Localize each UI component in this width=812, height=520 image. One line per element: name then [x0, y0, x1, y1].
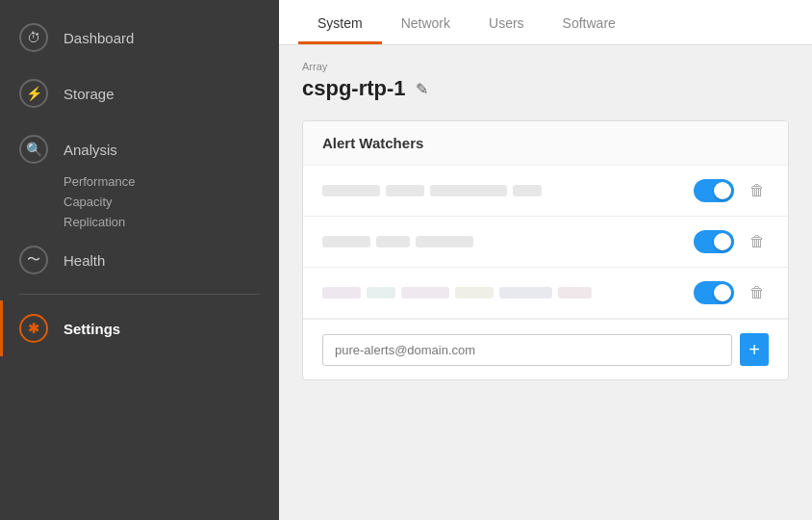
email-input[interactable] — [322, 334, 732, 366]
array-title-row: cspg-rtp-1 ✎ — [302, 76, 789, 101]
card-header: Alert Watchers — [303, 121, 788, 166]
redact-chunk — [322, 287, 361, 299]
sidebar: ⏱ Dashboard ⚡ Storage 🔍 Analysis Perform… — [0, 0, 279, 520]
redact-chunk — [499, 287, 552, 299]
sidebar-divider — [19, 294, 260, 295]
watcher-row: 🗑 — [303, 268, 788, 319]
watcher-delete-1[interactable]: 🗑 — [746, 180, 769, 201]
sidebar-label-settings: Settings — [63, 321, 120, 337]
watcher-email-3 — [322, 287, 682, 299]
tab-network[interactable]: Network — [382, 0, 469, 44]
content-area: Array cspg-rtp-1 ✎ Alert Watchers 🗑 — [279, 45, 812, 520]
edit-icon[interactable]: ✎ — [416, 80, 428, 98]
tab-system[interactable]: System — [298, 0, 382, 44]
main-content: System Network Users Software Array cspg… — [279, 0, 812, 520]
redact-chunk — [386, 185, 424, 196]
add-email-row: + — [303, 319, 788, 379]
sidebar-label-storage: Storage — [63, 86, 114, 102]
watcher-email-1 — [322, 185, 682, 196]
redact-chunk — [367, 287, 395, 299]
health-icon: 〜 — [19, 246, 48, 274]
dashboard-icon: ⏱ — [19, 23, 48, 52]
redact-chunk — [322, 236, 370, 247]
redact-chunk — [376, 236, 410, 247]
sidebar-item-storage[interactable]: ⚡ Storage — [0, 65, 279, 121]
sidebar-item-health[interactable]: 〜 Health — [0, 232, 279, 288]
redact-chunk — [416, 236, 473, 247]
sidebar-label-analysis: Analysis — [63, 142, 117, 158]
watcher-delete-2[interactable]: 🗑 — [746, 231, 769, 252]
redact-chunk — [455, 287, 494, 299]
add-watcher-button[interactable]: + — [740, 333, 769, 366]
watcher-toggle-1[interactable] — [694, 179, 734, 202]
sidebar-item-settings[interactable]: ✱ Settings — [0, 300, 279, 356]
array-name: cspg-rtp-1 — [302, 76, 406, 101]
watcher-row: 🗑 — [303, 217, 788, 268]
tab-software[interactable]: Software — [544, 0, 635, 44]
analysis-submenu: Performance Capacity Replication — [0, 171, 279, 232]
sidebar-item-dashboard[interactable]: ⏱ Dashboard — [0, 10, 279, 65]
watcher-email-2 — [322, 236, 682, 247]
redact-chunk — [513, 185, 542, 196]
array-label: Array — [302, 61, 789, 72]
sidebar-item-analysis[interactable]: 🔍 Analysis — [0, 121, 279, 177]
watcher-delete-3[interactable]: 🗑 — [746, 282, 769, 303]
watcher-toggle-3[interactable] — [694, 281, 734, 304]
alert-watchers-card: Alert Watchers 🗑 — [302, 120, 789, 380]
sidebar-label-dashboard: Dashboard — [63, 30, 134, 46]
tab-users[interactable]: Users — [469, 0, 544, 44]
redact-chunk — [322, 185, 380, 196]
settings-icon: ✱ — [19, 314, 48, 343]
watcher-toggle-2[interactable] — [694, 230, 734, 253]
sidebar-label-health: Health — [63, 252, 105, 269]
tab-bar: System Network Users Software — [279, 0, 812, 45]
redact-chunk — [401, 287, 449, 299]
redact-chunk — [430, 185, 507, 196]
watcher-row: 🗑 — [303, 166, 788, 217]
storage-icon: ⚡ — [19, 79, 48, 108]
analysis-icon: 🔍 — [19, 135, 48, 164]
sidebar-sub-capacity[interactable]: Capacity — [63, 192, 279, 212]
redact-chunk — [558, 287, 592, 299]
sidebar-sub-replication[interactable]: Replication — [63, 212, 279, 232]
